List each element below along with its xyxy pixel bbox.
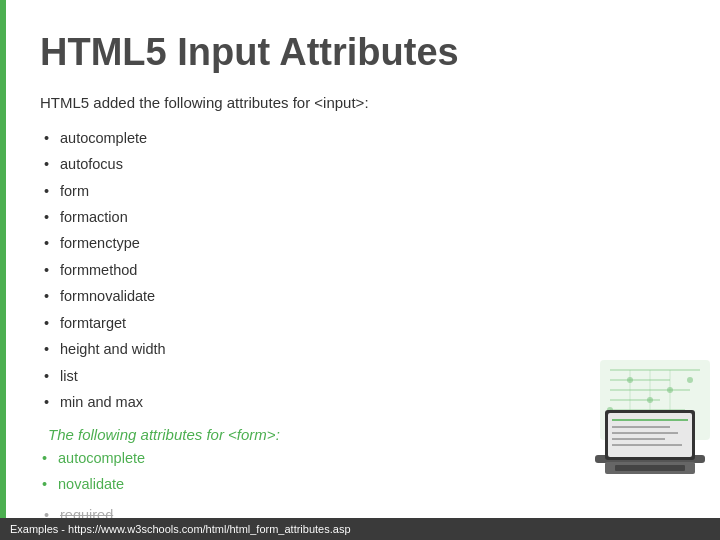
- list-item: formnovalidate: [40, 283, 680, 309]
- list-item: formtarget: [40, 310, 680, 336]
- laptop-illustration: [570, 350, 720, 510]
- subtitle: HTML5 added the following attributes for…: [40, 94, 680, 111]
- list-item: autofocus: [40, 151, 680, 177]
- svg-point-10: [647, 397, 653, 403]
- subtitle-colon: :: [364, 94, 368, 111]
- svg-point-13: [687, 377, 693, 383]
- list-item: formenctype: [40, 230, 680, 256]
- subtitle-text: HTML5 added the following attributes for: [40, 94, 314, 111]
- svg-point-9: [627, 377, 633, 383]
- accent-bar: [0, 0, 6, 540]
- bottom-bar-text: Examples - https://www.w3schools.com/htm…: [10, 523, 351, 535]
- section2-tag: <form>: [228, 426, 276, 443]
- page-title: HTML5 Input Attributes: [40, 30, 680, 76]
- list-item: form: [40, 178, 680, 204]
- slide-container: HTML5 Input Attributes HTML5 added the f…: [0, 0, 720, 540]
- section2-colon: :: [276, 426, 280, 443]
- list-item: autocomplete: [40, 125, 680, 151]
- section2-text: The following attributes for: [48, 426, 228, 443]
- list-item: formaction: [40, 204, 680, 230]
- svg-rect-23: [615, 465, 685, 471]
- bottom-bar: Examples - https://www.w3schools.com/htm…: [0, 518, 720, 540]
- subtitle-tag: <input>: [314, 94, 364, 111]
- list-item: formmethod: [40, 257, 680, 283]
- svg-point-11: [667, 387, 673, 393]
